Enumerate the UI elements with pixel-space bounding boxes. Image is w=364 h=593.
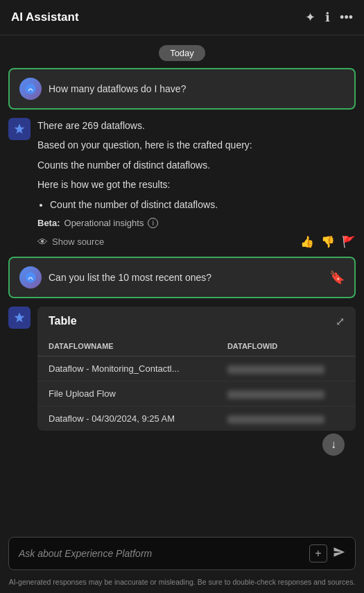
ai-message-1: There are 269 dataflows. Based on your q… bbox=[8, 118, 356, 248]
ai-line-4: Here is how we got the results: bbox=[37, 177, 356, 192]
disclaimer: AI-generated responses may be inaccurate… bbox=[8, 574, 356, 593]
table-card-header: Table ⤢ bbox=[37, 307, 356, 336]
input-area: Ask about Experience Platform + AI-gener… bbox=[0, 531, 364, 593]
app-title: AI Assistant bbox=[11, 10, 79, 24]
thumbs-up-icon[interactable]: 👍 bbox=[300, 235, 314, 248]
send-button[interactable] bbox=[333, 546, 345, 562]
user-message-2: Can you list the 10 most recent ones? 🔖 bbox=[8, 257, 356, 298]
info-icon[interactable]: ℹ bbox=[325, 10, 330, 25]
ai-line-2: Based on your question, here is the craf… bbox=[37, 137, 356, 153]
svg-marker-1 bbox=[15, 124, 25, 134]
beta-row: Beta: Operational insights i bbox=[37, 218, 356, 228]
beta-info-icon[interactable]: i bbox=[148, 218, 158, 228]
user-avatar-1 bbox=[19, 78, 42, 100]
row-3-id bbox=[216, 406, 356, 431]
thumbs-down-icon[interactable]: 👎 bbox=[321, 235, 335, 248]
send-icon bbox=[333, 546, 345, 562]
ai-line-1: There are 269 dataflows. bbox=[37, 118, 356, 133]
user-message-1: How many dataflows do I have? bbox=[8, 68, 356, 110]
input-actions: + bbox=[309, 544, 345, 562]
col-header-id: DATAFLOWID bbox=[216, 336, 356, 356]
feedback-icons: 👍 👎 🚩 bbox=[300, 235, 356, 248]
lightbulb-icon[interactable]: ✦ bbox=[305, 10, 315, 25]
table-title: Table bbox=[49, 315, 77, 327]
bookmark-icon[interactable]: 🔖 bbox=[329, 270, 345, 285]
input-box[interactable]: Ask about Experience Platform + bbox=[8, 537, 356, 570]
eye-icon: 👁 bbox=[37, 236, 48, 248]
table-row: Dataflow - 04/30/2024, 9:25 AM bbox=[37, 406, 356, 431]
beta-value: Operational insights bbox=[64, 218, 144, 228]
blurred-id-3 bbox=[227, 415, 324, 424]
flag-icon[interactable]: 🚩 bbox=[342, 235, 356, 248]
chat-area: Today How many dataflows do I have? Ther… bbox=[0, 35, 364, 510]
ai-bullet-1: Count the number of distinct dataflows. bbox=[50, 197, 356, 212]
svg-marker-3 bbox=[15, 312, 25, 322]
row-2-id bbox=[216, 381, 356, 406]
blurred-id-2 bbox=[227, 390, 324, 399]
row-1-id bbox=[216, 356, 356, 381]
col-header-name: DATAFLOWNAME bbox=[37, 336, 216, 356]
ai-content-1: There are 269 dataflows. Based on your q… bbox=[37, 118, 356, 248]
ai-avatar-1 bbox=[8, 118, 31, 140]
ai-text-block-1: There are 269 dataflows. Based on your q… bbox=[37, 118, 356, 212]
show-source-label: Show source bbox=[52, 237, 104, 247]
plus-icon: + bbox=[315, 547, 321, 560]
more-icon[interactable]: ••• bbox=[340, 10, 353, 25]
ai-table-content: Table ⤢ DATAFLOWNAME DATAFLOWID Dataflow… bbox=[37, 307, 356, 436]
header-actions: ✦ ℹ ••• bbox=[305, 10, 353, 25]
ai-message-table: Table ⤢ DATAFLOWNAME DATAFLOWID Dataflow… bbox=[8, 307, 356, 436]
show-source-button[interactable]: 👁 Show source bbox=[37, 236, 104, 248]
today-label: Today bbox=[159, 45, 205, 61]
row-1-name: Dataflow - Monitoring_Contactl... bbox=[37, 356, 216, 381]
today-badge: Today bbox=[8, 45, 356, 61]
data-table: DATAFLOWNAME DATAFLOWID Dataflow - Monit… bbox=[37, 336, 356, 431]
row-3-name: Dataflow - 04/30/2024, 9:25 AM bbox=[37, 406, 216, 431]
table-card: Table ⤢ DATAFLOWNAME DATAFLOWID Dataflow… bbox=[37, 307, 356, 431]
user-message-text-1: How many dataflows do I have? bbox=[49, 83, 186, 94]
table-row: Dataflow - Monitoring_Contactl... bbox=[37, 356, 356, 381]
plus-button[interactable]: + bbox=[309, 544, 327, 562]
user-message-left-2: Can you list the 10 most recent ones? bbox=[19, 266, 211, 289]
table-row: File Upload Flow bbox=[37, 381, 356, 406]
blurred-id-1 bbox=[227, 366, 324, 374]
beta-label: Beta: bbox=[37, 218, 60, 228]
expand-icon[interactable]: ⤢ bbox=[336, 315, 345, 328]
ai-avatar-2 bbox=[8, 307, 31, 329]
show-source-row: 👁 Show source 👍 👎 🚩 bbox=[37, 235, 356, 248]
ai-line-3: Counts the number of distinct dataflows. bbox=[37, 157, 356, 173]
header: AI Assistant ✦ ℹ ••• bbox=[0, 0, 364, 35]
user-avatar-2 bbox=[19, 266, 42, 289]
scroll-down-button[interactable]: ↓ bbox=[322, 433, 345, 456]
input-placeholder: Ask about Experience Platform bbox=[19, 548, 152, 559]
user-message-text-2: Can you list the 10 most recent ones? bbox=[49, 272, 211, 283]
row-2-name: File Upload Flow bbox=[37, 381, 216, 406]
